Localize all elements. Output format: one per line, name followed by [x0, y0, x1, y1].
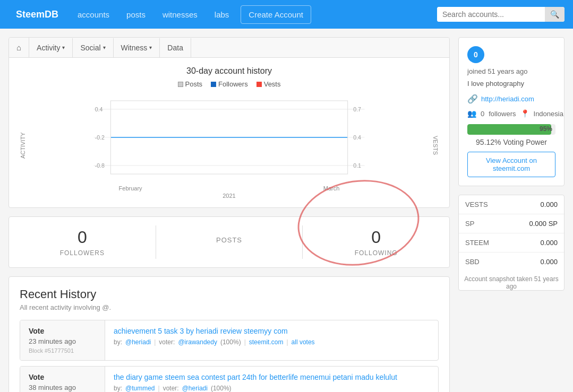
tab-home[interactable]: ⌂ — [9, 38, 29, 57]
table-row: VESTS 0.000 — [459, 195, 564, 214]
meta-author[interactable]: @tummed — [125, 385, 155, 392]
snapshot-text: Account snapshot taken 51 years ago — [459, 275, 564, 290]
profile-followers-count: 0 — [481, 110, 484, 118]
profile-link-row: 🔗 http://heriadi.com — [467, 94, 555, 104]
location-icon: 📍 — [520, 109, 529, 118]
nav-labs[interactable]: labs — [207, 6, 237, 23]
chevron-down-icon: ▾ — [103, 45, 106, 50]
profile-card: 0 joined 51 years ago I love photography… — [458, 37, 565, 186]
activity-right: achievement 5 task 3 by heriadi review s… — [105, 320, 438, 360]
rep-badge: 0 — [467, 46, 484, 63]
chart-wrap: ACTIVITY 0.4 -0.2 -0.8 0.7 — [18, 92, 441, 199]
activity-item: Vote 38 minutes ago the diary game steem… — [20, 366, 439, 392]
vests-legend-dot — [256, 82, 262, 87]
tab-data[interactable]: Data — [160, 38, 191, 57]
table-row: STEEM 0.000 — [459, 233, 564, 252]
voting-section: 95% 95.12% Voting Power View Account on … — [467, 124, 555, 177]
activity-link[interactable]: the diary game steem sea contest part 24… — [114, 373, 397, 381]
stats-row: 0 FOLLOWERS POSTS 0 FOLLOWING — [8, 216, 450, 268]
activity-type: Vote — [29, 327, 96, 335]
recent-history: Recent History All recent activity invol… — [8, 276, 450, 392]
steemit-button[interactable]: View Account on steemit.com — [467, 152, 555, 177]
profile-url[interactable]: http://heriadi.com — [481, 95, 534, 103]
link-icon: 🔗 — [467, 94, 478, 104]
chevron-down-icon: ▾ — [62, 45, 65, 50]
right-panel: 0 joined 51 years ago I love photography… — [458, 37, 565, 392]
main-container: ⌂ Activity ▾ Social ▾ Witness ▾ Data — [0, 29, 573, 392]
nav-accounts[interactable]: accounts — [70, 6, 117, 23]
search-button[interactable]: 🔍 — [545, 7, 565, 22]
pipe: | — [158, 385, 160, 392]
nav-witnesses[interactable]: witnesses — [155, 6, 205, 23]
chart-svg: 0.4 -0.2 -0.8 0.7 0.4 0.1 — [28, 92, 430, 199]
followers-stat: 0 FOLLOWERS — [9, 217, 156, 267]
svg-text:0.4: 0.4 — [95, 106, 103, 112]
pipe: | — [244, 338, 246, 346]
tab-witness[interactable]: Witness ▾ — [114, 38, 160, 57]
steem-value: 0.000 — [508, 233, 564, 252]
activity-row: Vote 38 minutes ago the diary game steem… — [20, 367, 438, 392]
meta-source[interactable]: steemit.com — [249, 338, 284, 346]
table-row: SBD 0.000 — [459, 252, 564, 272]
chart-x-labels: February March — [28, 185, 430, 191]
pipe: | — [154, 338, 156, 346]
activity-meta: by: @tummed | voter: @heriadi (100%) — [114, 385, 430, 392]
profile-location: Indonesia — [534, 110, 563, 118]
nav-posts[interactable]: posts — [119, 6, 153, 23]
nav-create-account[interactable]: Create Account — [241, 5, 311, 24]
followers-count: 0 — [20, 228, 145, 247]
chart-year: 2021 — [28, 193, 430, 199]
stats-table: VESTS 0.000 SP 0.000 SP STEEM 0.000 SBD … — [459, 195, 564, 271]
legend-vests-label: Vests — [264, 80, 281, 88]
meta-voter-label: voter: — [159, 338, 175, 346]
activity-left: Vote 23 minutes ago Block #51777501 — [20, 320, 105, 360]
svg-text:0.4: 0.4 — [353, 134, 361, 141]
followers-legend-dot — [211, 82, 216, 87]
navbar: SteemDB accounts posts witnesses labs Cr… — [0, 0, 573, 29]
legend-posts-label: Posts — [185, 80, 203, 88]
left-panel: ⌂ Activity ▾ Social ▾ Witness ▾ Data — [8, 37, 450, 392]
posts-header: POSTS — [216, 236, 242, 244]
people-icon: 👥 — [467, 109, 476, 118]
meta-all-votes[interactable]: all votes — [292, 338, 315, 346]
chevron-down-icon: ▾ — [149, 45, 152, 50]
meta-author[interactable]: @heriadi — [125, 338, 151, 346]
search-input[interactable] — [437, 7, 545, 22]
tab-activity-label: Activity — [37, 43, 60, 52]
vests-value: 0.000 — [508, 195, 564, 214]
chart-title: 30-day account history — [18, 66, 441, 76]
search-box: 🔍 — [437, 7, 565, 22]
activity-row: Vote 23 minutes ago Block #51777501 achi… — [20, 320, 438, 360]
tab-activity[interactable]: Activity ▾ — [29, 38, 73, 57]
legend-followers-label: Followers — [218, 80, 248, 88]
svg-text:-0.2: -0.2 — [95, 134, 105, 141]
posts-section: POSTS — [156, 217, 303, 267]
tab-bar: ⌂ Activity ▾ Social ▾ Witness ▾ Data — [9, 38, 449, 58]
meta-percent: (100%) — [220, 338, 241, 346]
activity-link[interactable]: achievement 5 task 3 by heriadi review s… — [114, 327, 288, 335]
tab-social-label: Social — [80, 43, 100, 52]
tab-data-label: Data — [167, 43, 183, 52]
vp-bar-fill — [467, 124, 551, 135]
meta-percent: (100%) — [211, 385, 232, 392]
posts-legend-dot — [178, 82, 183, 87]
table-row: SP 0.000 SP — [459, 214, 564, 233]
tab-witness-label: Witness — [121, 43, 148, 52]
meta-voter[interactable]: @heriadi — [182, 385, 208, 392]
legend-vests: Vests — [256, 80, 281, 88]
activity-type: Vote — [29, 373, 96, 381]
legend-followers: Followers — [211, 80, 248, 88]
brand[interactable]: SteemDB — [8, 5, 66, 24]
joined-text: joined 51 years ago — [467, 67, 555, 75]
x-label-february: February — [119, 185, 142, 191]
sp-value: 0.000 SP — [508, 214, 564, 233]
profile-stats-row: 👥 0 followers 📍 Indonesia — [467, 109, 555, 118]
profile-followers-label: followers — [489, 110, 516, 118]
y-axis-left-label: ACTIVITY — [18, 92, 28, 199]
vests-label: VESTS — [459, 195, 508, 214]
tab-social[interactable]: Social ▾ — [73, 38, 113, 57]
activity-right: the diary game steem sea contest part 24… — [105, 367, 438, 392]
legend-posts: Posts — [178, 80, 203, 88]
meta-voter[interactable]: @irawandedy — [178, 338, 217, 346]
activity-block: Block #51777501 — [29, 347, 96, 354]
